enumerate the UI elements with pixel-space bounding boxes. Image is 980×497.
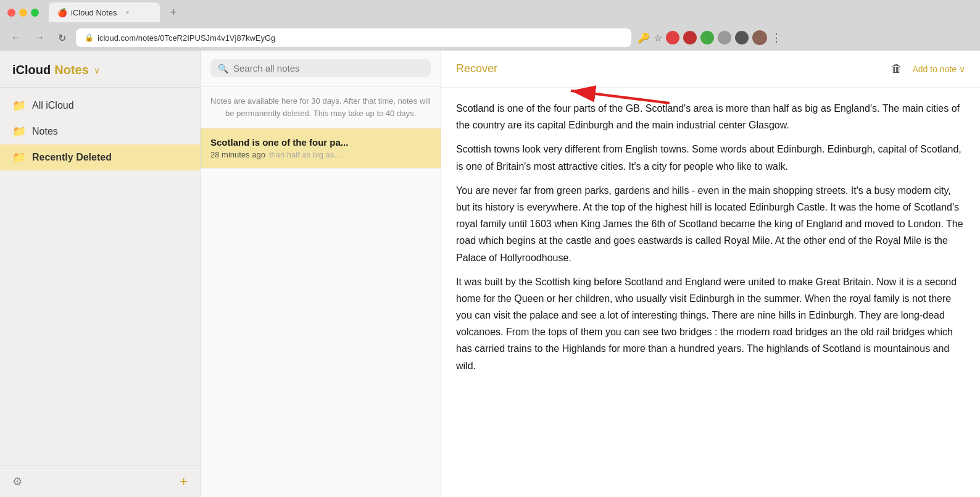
sidebar-items-list: 📁 All iCloud 📁 Notes 📁 Recently Deleted <box>0 88 200 466</box>
maximize-window-button[interactable] <box>31 9 39 17</box>
sidebar-label-notes: Notes <box>32 126 58 137</box>
extension-icon-1[interactable] <box>666 31 679 44</box>
bookmark-icon[interactable]: ☆ <box>654 32 662 44</box>
sidebar-label-recently-deleted: Recently Deleted <box>32 152 112 163</box>
notes-list-panel: 🔍 Notes are available here for 30 days. … <box>201 51 441 497</box>
app-name-chevron[interactable]: ∨ <box>94 65 100 75</box>
note-title: Scotland is one of the four pa... <box>210 137 431 148</box>
app-name-prefix: iCloud <box>12 63 51 77</box>
minimize-window-button[interactable] <box>19 9 27 17</box>
new-tab-button[interactable]: + <box>165 4 182 21</box>
notes-info-banner: Notes are available here for 30 days. Af… <box>201 86 441 128</box>
tab-close-button[interactable]: × <box>123 8 131 17</box>
address-bar: ← → ↻ 🔒 icloud.com/notes/0TceR2IPUSJm4v1… <box>0 25 980 51</box>
active-tab[interactable]: 🍎 iCloud Notes × <box>49 2 160 22</box>
note-body: Scotland is one of the four parts of the… <box>441 88 980 497</box>
profile-avatar[interactable] <box>752 30 767 45</box>
tab-favicon: 🍎 <box>57 8 67 17</box>
delete-icon[interactable]: 🗑 <box>891 62 902 75</box>
browser-toolbar-icons: 🔑 ☆ ⋮ <box>637 30 782 45</box>
note-toolbar: Recover 🗑 Add to note ∨ <box>441 51 980 88</box>
tab-bar: 🍎 iCloud Notes × + <box>49 2 973 22</box>
note-paragraph-4: It was built by the Scottish king before… <box>456 274 965 374</box>
extension-icon-4[interactable] <box>735 31 749 44</box>
sidebar-bottom: ⚙ + <box>0 466 200 497</box>
note-paragraph-3: You are never far from green parks, gard… <box>456 182 965 266</box>
note-list-item[interactable]: Scotland is one of the four pa... 28 min… <box>201 128 441 169</box>
app-name-suffix: Notes <box>54 63 89 77</box>
note-time: 28 minutes ago <box>210 150 265 159</box>
extension-icon-3[interactable] <box>700 31 714 44</box>
close-window-button[interactable] <box>7 9 15 17</box>
key-icon[interactable]: 🔑 <box>637 32 650 44</box>
note-paragraph-2: Scottish towns look very different from … <box>456 141 965 174</box>
search-input[interactable] <box>233 63 423 73</box>
forward-button[interactable]: → <box>31 30 48 46</box>
address-input[interactable]: 🔒 icloud.com/notes/0TceR2IPUSJm4v1Vj87kw… <box>76 28 631 47</box>
folder-icon-notes: 📁 <box>12 125 26 138</box>
sidebar-item-all-icloud[interactable]: 📁 All iCloud <box>0 93 200 119</box>
recover-button[interactable]: Recover <box>456 62 497 75</box>
sidebar-header: iCloud Notes ∨ <box>0 51 200 88</box>
toolbar-right: 🗑 Add to note ∨ <box>891 62 965 75</box>
folder-icon-recently-deleted: 📁 <box>12 151 26 164</box>
more-options-button[interactable]: Add to note ∨ <box>912 64 965 74</box>
note-area-wrapper: Recover 🗑 Add to note ∨ Scotland is one … <box>441 51 980 497</box>
sidebar: iCloud Notes ∨ 📁 All iCloud 📁 Notes 📁 Re… <box>0 51 201 497</box>
search-bar[interactable]: 🔍 <box>210 59 431 77</box>
sidebar-label-all-icloud: All iCloud <box>32 100 74 111</box>
note-paragraph-1: Scotland is one of the four parts of the… <box>456 100 965 133</box>
add-note-button[interactable]: + <box>180 474 188 490</box>
sidebar-item-notes[interactable]: 📁 Notes <box>0 119 200 144</box>
notes-info-text: Notes are available here for 30 days. Af… <box>210 95 431 119</box>
url-text: icloud.com/notes/0TceR2IPUSJm4v1Vj87kwEy… <box>98 33 275 43</box>
sidebar-item-recently-deleted[interactable]: 📁 Recently Deleted <box>0 144 200 170</box>
search-icon: 🔍 <box>218 64 228 73</box>
note-preview: than half as big as... <box>269 150 341 159</box>
note-content-panel: Recover 🗑 Add to note ∨ Scotland is one … <box>441 51 980 497</box>
browser-more-button[interactable]: ⋮ <box>771 31 782 44</box>
tab-title: iCloud Notes <box>71 8 117 17</box>
lock-icon: 🔒 <box>85 33 94 42</box>
notes-list-header: 🔍 <box>201 51 441 86</box>
traffic-lights <box>7 9 39 17</box>
extension-icon-2[interactable] <box>683 31 697 44</box>
profile-icon-1[interactable] <box>718 31 731 44</box>
settings-icon[interactable]: ⚙ <box>12 475 22 488</box>
folder-icon-all-icloud: 📁 <box>12 99 26 112</box>
back-button[interactable]: ← <box>7 30 25 46</box>
note-meta: 28 minutes ago than half as big as... <box>210 150 431 159</box>
refresh-button[interactable]: ↻ <box>54 30 70 46</box>
